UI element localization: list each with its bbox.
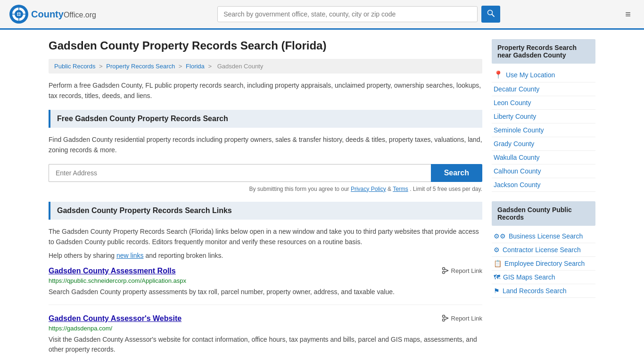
- decatur-county-link[interactable]: Decatur County: [494, 85, 539, 93]
- svg-point-9: [442, 272, 445, 274]
- contractor-license-item[interactable]: ⚙ Contractor License Search: [492, 243, 595, 257]
- logo[interactable]: CountyOffice.org: [9, 5, 96, 24]
- calhoun-county-link[interactable]: Calhoun County: [494, 167, 541, 175]
- nearby-county-jackson[interactable]: Jackson County: [492, 178, 595, 192]
- report-link-button-1[interactable]: Report Link: [442, 267, 482, 274]
- book-icon: 📋: [494, 260, 502, 267]
- page-description: Perform a free Gadsden County, FL public…: [49, 80, 482, 101]
- svg-line-14: [445, 317, 448, 318]
- public-records-section-header: Gadsden County Public Records: [492, 201, 595, 226]
- search-icon: [487, 9, 495, 17]
- privacy-policy-link[interactable]: Privacy Policy: [351, 186, 386, 192]
- logo-text: CountyOffice.org: [31, 9, 96, 20]
- land-icon: ⚑: [494, 287, 500, 295]
- record-link-item-2: Gadsden County Assessor's Website Report…: [49, 314, 482, 362]
- svg-point-13: [442, 319, 445, 321]
- gis-maps-link[interactable]: GIS Maps Search: [503, 273, 555, 281]
- share-note: Help others by sharing new links and rep…: [49, 252, 482, 259]
- svg-point-8: [442, 268, 445, 270]
- terms-link[interactable]: Terms: [393, 186, 408, 192]
- public-records-section: Gadsden County Public Records ⚙⚙ Busines…: [492, 201, 595, 298]
- page-title: Gadsden County Property Records Search (…: [49, 39, 482, 52]
- employee-directory-link[interactable]: Employee Directory Search: [504, 260, 585, 267]
- wakulla-county-link[interactable]: Wakulla County: [494, 154, 540, 161]
- header-search-button[interactable]: [481, 6, 500, 23]
- nearby-section: Property Records Search near Gadsden Cou…: [492, 39, 595, 192]
- address-search-input[interactable]: [49, 164, 431, 182]
- use-my-location-item[interactable]: 📍 Use My Location: [492, 67, 595, 82]
- nearby-section-header: Property Records Search near Gadsden Cou…: [492, 39, 595, 64]
- form-note: By submitting this form you agree to our…: [49, 186, 482, 192]
- contractor-license-link[interactable]: Contractor License Search: [503, 246, 581, 254]
- scissors-icon: [442, 267, 449, 274]
- links-section: Gadsden County Property Records Search L…: [49, 202, 482, 362]
- logo-icon: [9, 5, 28, 24]
- sidebar: Property Records Search near Gadsden Cou…: [492, 39, 595, 362]
- breadcrumb: Public Records > Property Records Search…: [49, 59, 482, 74]
- svg-line-15: [445, 318, 448, 320]
- nearby-county-leon[interactable]: Leon County: [492, 96, 595, 110]
- free-search-description: Find Gadsden County residential property…: [49, 134, 482, 156]
- business-license-link[interactable]: Business License Search: [509, 232, 583, 240]
- leon-county-link[interactable]: Leon County: [494, 99, 531, 107]
- free-search-header: Free Gadsden County Property Records Sea…: [49, 110, 482, 128]
- record-link-desc-2: Visit the Gadsden County Assessor's webs…: [49, 335, 482, 354]
- record-link-item: Gadsden County Assessment Rolls Report L…: [49, 267, 482, 305]
- content-area: Gadsden County Property Records Search (…: [49, 39, 482, 362]
- header-search-input[interactable]: [217, 6, 478, 22]
- links-description: The Gadsden County Property Records Sear…: [49, 226, 482, 247]
- gis-maps-item[interactable]: 🗺 GIS Maps Search: [492, 271, 595, 284]
- record-link-title-2[interactable]: Gadsden County Assessor's Website: [49, 314, 182, 323]
- nearby-county-liberty[interactable]: Liberty County: [492, 110, 595, 123]
- nearby-county-decatur[interactable]: Decatur County: [492, 82, 595, 96]
- breadcrumb-current: Gadsden County: [217, 63, 264, 70]
- main-container: Gadsden County Property Records Search (…: [39, 30, 605, 362]
- site-header: CountyOffice.org ≡: [0, 0, 644, 30]
- record-link-url-2: https://gadsdenpa.com/: [49, 325, 482, 332]
- breadcrumb-florida[interactable]: Florida: [186, 63, 205, 70]
- map-icon: 🗺: [494, 273, 500, 281]
- location-pin-icon: 📍: [494, 70, 503, 79]
- record-link-desc-1: Search Gadsden County property assessmen…: [49, 287, 482, 297]
- land-records-item[interactable]: ⚑ Land Records Search: [492, 284, 595, 298]
- nearby-county-wakulla[interactable]: Wakulla County: [492, 151, 595, 165]
- nearby-county-grady[interactable]: Grady County: [492, 137, 595, 151]
- jackson-county-link[interactable]: Jackson County: [494, 181, 541, 189]
- business-license-item[interactable]: ⚙⚙ Business License Search: [492, 230, 595, 243]
- nearby-county-calhoun[interactable]: Calhoun County: [492, 165, 595, 178]
- scissors-icon-2: [442, 314, 449, 322]
- new-links-link[interactable]: new links: [116, 252, 144, 259]
- record-link-url-1: https://qpublic.schneidercorp.com/Applic…: [49, 277, 482, 284]
- address-search-button[interactable]: Search: [431, 164, 482, 182]
- svg-line-7: [492, 15, 495, 17]
- gear2-icon: ⚙⚙: [494, 232, 506, 240]
- links-section-header: Gadsden County Property Records Search L…: [49, 202, 482, 220]
- record-link-title-1[interactable]: Gadsden County Assessment Rolls: [49, 267, 176, 275]
- svg-line-10: [445, 269, 448, 271]
- header-search-form: [217, 6, 500, 23]
- use-my-location-link[interactable]: Use My Location: [506, 71, 555, 79]
- gear-icon: ⚙: [494, 246, 500, 254]
- breadcrumb-public-records[interactable]: Public Records: [54, 63, 95, 70]
- svg-point-12: [442, 315, 445, 318]
- breadcrumb-property-records[interactable]: Property Records Search: [106, 63, 175, 70]
- svg-line-11: [445, 271, 448, 272]
- grady-county-link[interactable]: Grady County: [494, 140, 534, 148]
- liberty-county-link[interactable]: Liberty County: [494, 113, 536, 120]
- employee-directory-item[interactable]: 📋 Employee Directory Search: [492, 257, 595, 271]
- nearby-county-seminole[interactable]: Seminole County: [492, 123, 595, 137]
- report-link-button-2[interactable]: Report Link: [442, 314, 482, 322]
- land-records-link[interactable]: Land Records Search: [503, 287, 566, 295]
- seminole-county-link[interactable]: Seminole County: [494, 126, 544, 134]
- property-search-form: Search: [49, 164, 482, 182]
- menu-button[interactable]: ≡: [621, 7, 635, 22]
